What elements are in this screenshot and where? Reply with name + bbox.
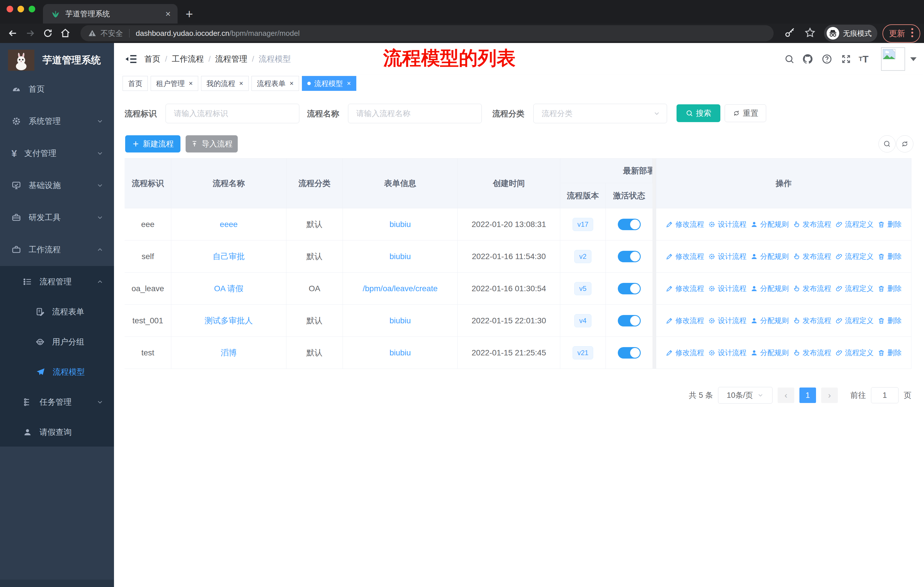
sidebar-item-系统管理[interactable]: 系统管理 xyxy=(0,106,114,136)
tag-流程模型[interactable]: 流程模型× xyxy=(302,76,356,91)
process-name-link[interactable]: 测试多审批人 xyxy=(205,315,253,326)
action-发布流程[interactable]: 发布流程 xyxy=(793,284,831,293)
action-修改流程[interactable]: 修改流程 xyxy=(666,348,704,357)
sidebar-item-工作流程[interactable]: 工作流程 xyxy=(0,235,114,265)
not-secure-label[interactable]: 不安全 xyxy=(101,28,123,38)
action-设计流程[interactable]: 设计流程 xyxy=(708,316,746,325)
tag-首页[interactable]: 首页 xyxy=(122,76,148,91)
process-name-input[interactable]: 请输入流程名称 xyxy=(348,104,482,123)
form-info-link[interactable]: biubiu xyxy=(389,348,411,357)
sidebar-item-支付管理[interactable]: ¥支付管理 xyxy=(0,138,114,168)
action-设计流程[interactable]: 设计流程 xyxy=(708,348,746,357)
avatar-caret-down-icon[interactable] xyxy=(910,57,917,61)
browser-tab[interactable]: 芋道管理系统 × xyxy=(43,4,178,23)
action-发布流程[interactable]: 发布流程 xyxy=(793,316,831,325)
minimize-window-button[interactable] xyxy=(18,6,24,12)
search-icon[interactable] xyxy=(784,43,795,75)
version-tag[interactable]: v2 xyxy=(574,250,591,263)
action-设计流程[interactable]: 设计流程 xyxy=(708,251,746,261)
action-分配规则[interactable]: 分配规则 xyxy=(751,284,789,293)
sidebar-item-流程管理[interactable]: 流程管理 xyxy=(0,266,114,297)
bookmark-star-icon[interactable] xyxy=(804,27,816,40)
process-name-link[interactable]: OA 请假 xyxy=(214,283,243,294)
process-name-link[interactable]: eeee xyxy=(220,220,238,229)
action-发布流程[interactable]: 发布流程 xyxy=(793,220,831,229)
page-size-select[interactable]: 10条/页 xyxy=(718,387,772,403)
action-删除[interactable]: 删除 xyxy=(878,316,902,325)
action-流程定义[interactable]: 流程定义 xyxy=(835,316,874,325)
github-icon[interactable] xyxy=(802,43,813,75)
action-流程定义[interactable]: 流程定义 xyxy=(835,284,874,293)
breadcrumb-item[interactable]: 流程管理 xyxy=(215,54,248,64)
tag-租户管理[interactable]: 租户管理× xyxy=(151,76,198,91)
current-page-button[interactable]: 1 xyxy=(799,387,816,403)
show-search-button[interactable] xyxy=(878,135,896,152)
tag-close-icon[interactable]: × xyxy=(347,79,351,88)
action-分配规则[interactable]: 分配规则 xyxy=(751,316,789,325)
form-info-link[interactable]: biubiu xyxy=(389,316,411,325)
process-key-input[interactable]: 请输入流程标识 xyxy=(165,104,299,123)
app-logo-row[interactable]: 芋道管理系统 xyxy=(0,46,114,74)
home-icon[interactable] xyxy=(60,28,71,38)
sidebar-item-流程表单[interactable]: 流程表单 xyxy=(0,297,114,327)
active-toggle[interactable] xyxy=(618,283,641,294)
action-分配规则[interactable]: 分配规则 xyxy=(751,348,789,357)
tag-我的流程[interactable]: 我的流程× xyxy=(201,76,249,91)
close-window-button[interactable] xyxy=(7,6,13,12)
active-toggle[interactable] xyxy=(618,347,641,359)
version-tag[interactable]: v5 xyxy=(574,282,591,295)
prev-page-button[interactable]: ‹ xyxy=(778,387,794,403)
fontsize-icon[interactable]: TT xyxy=(859,43,868,75)
active-toggle[interactable] xyxy=(618,315,641,326)
action-流程定义[interactable]: 流程定义 xyxy=(835,220,874,229)
incognito-badge[interactable]: 无痕模式 xyxy=(824,25,877,42)
action-修改流程[interactable]: 修改流程 xyxy=(666,316,704,325)
action-删除[interactable]: 删除 xyxy=(878,220,902,229)
tag-close-icon[interactable]: × xyxy=(290,79,294,88)
browser-menu-dots-icon[interactable] xyxy=(911,28,914,40)
action-设计流程[interactable]: 设计流程 xyxy=(708,220,746,229)
key-icon[interactable] xyxy=(784,28,795,40)
address-bar[interactable]: 不安全 dashboard.yudao.iocoder.cn/bpm/manag… xyxy=(81,25,774,41)
sidebar-item-基础设施[interactable]: 基础设施 xyxy=(0,170,114,200)
zoom-window-button[interactable] xyxy=(29,6,35,12)
sidebar-item-任务管理[interactable]: 任务管理 xyxy=(0,387,114,417)
back-icon[interactable] xyxy=(7,28,18,38)
version-tag[interactable]: v17 xyxy=(573,218,594,231)
forward-icon[interactable] xyxy=(25,28,36,38)
avatar[interactable] xyxy=(881,47,905,71)
new-tab-button[interactable]: + xyxy=(186,7,193,21)
tag-流程表单[interactable]: 流程表单× xyxy=(251,76,299,91)
action-删除[interactable]: 删除 xyxy=(878,251,902,261)
action-流程定义[interactable]: 流程定义 xyxy=(835,348,874,357)
sidebar-item-用户分组[interactable]: 用户分组 xyxy=(0,327,114,357)
action-修改流程[interactable]: 修改流程 xyxy=(666,251,704,261)
version-tag[interactable]: v4 xyxy=(574,314,591,327)
action-删除[interactable]: 删除 xyxy=(878,348,902,357)
tag-close-icon[interactable]: × xyxy=(239,79,243,88)
form-info-link[interactable]: /bpm/oa/leave/create xyxy=(363,284,438,293)
action-删除[interactable]: 删除 xyxy=(878,284,902,293)
process-name-link[interactable]: 自己审批 xyxy=(213,251,245,262)
import-process-button[interactable]: 导入流程 xyxy=(186,135,238,152)
tag-close-icon[interactable]: × xyxy=(189,79,193,88)
active-toggle[interactable] xyxy=(618,251,641,262)
goto-page-input[interactable]: 1 xyxy=(871,387,899,403)
refresh-table-button[interactable] xyxy=(896,135,913,152)
create-process-button[interactable]: 新建流程 xyxy=(125,135,180,152)
collapse-sidebar-icon[interactable] xyxy=(125,53,137,66)
form-info-link[interactable]: biubiu xyxy=(389,252,411,261)
update-label[interactable]: 更新 xyxy=(889,28,905,39)
action-分配规则[interactable]: 分配规则 xyxy=(751,251,789,261)
action-发布流程[interactable]: 发布流程 xyxy=(793,348,831,357)
sidebar-item-流程模型[interactable]: 流程模型 xyxy=(0,357,114,387)
sidebar-item-研发工具[interactable]: 研发工具 xyxy=(0,202,114,232)
action-修改流程[interactable]: 修改流程 xyxy=(666,220,704,229)
action-流程定义[interactable]: 流程定义 xyxy=(835,251,874,261)
sidebar-item-首页[interactable]: 首页 xyxy=(0,74,114,104)
reload-icon[interactable] xyxy=(43,28,53,38)
version-tag[interactable]: v21 xyxy=(573,346,594,359)
action-分配规则[interactable]: 分配规则 xyxy=(751,220,789,229)
category-select[interactable]: 流程分类 xyxy=(533,104,667,123)
breadcrumb-item[interactable]: 首页 xyxy=(144,54,160,64)
